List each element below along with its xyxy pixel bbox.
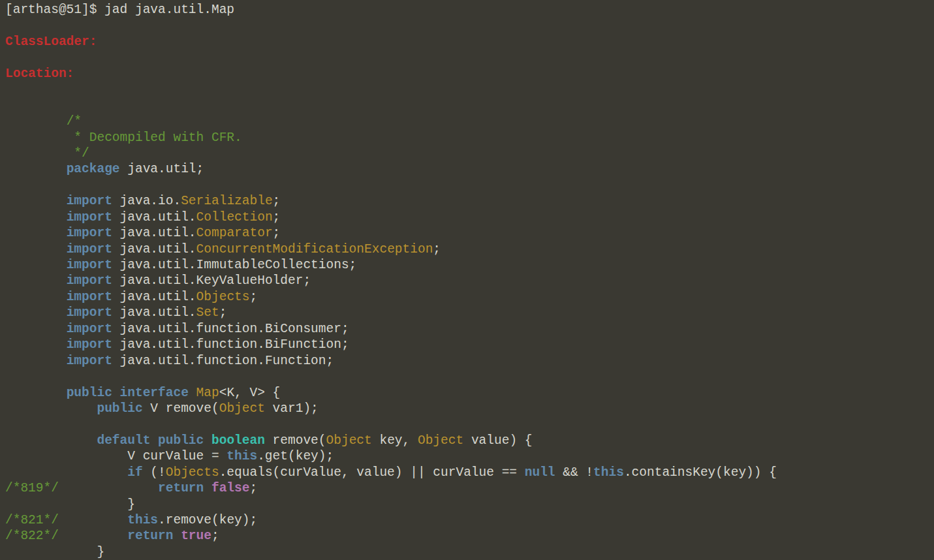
code-line: } (5, 544, 934, 560)
code-segment-bool: boolean (211, 433, 265, 448)
code-segment-lit: true (181, 529, 211, 543)
code-segment-lit: false (211, 481, 250, 495)
code-line: import java.util.function.BiFunction; (5, 337, 934, 352)
blank-line (5, 178, 934, 193)
code-segment-default: java.util. (112, 290, 196, 304)
code-segment-label: Location: (5, 67, 74, 81)
blank-line (5, 416, 934, 432)
code-segment-type: Objects (166, 465, 219, 480)
code-line: package java.util; (5, 161, 934, 177)
code-segment-default (5, 322, 67, 336)
code-segment-default (5, 465, 127, 480)
code-segment-type: Collection (196, 210, 273, 225)
code-segment-default: value) { (463, 433, 532, 448)
code-segment-default: .containsKey(key)) { (624, 465, 777, 480)
code-segment-default (59, 513, 127, 527)
code-line: */ (5, 146, 934, 161)
code-segment-type: Set (196, 305, 219, 320)
code-segment-default: .remove(key); (158, 513, 257, 527)
code-line: /* (5, 114, 934, 129)
code-segment-default: key, (372, 433, 418, 448)
code-segment-default: [arthas@51]$ jad java.util.Map (5, 3, 234, 17)
code-line: /*819*/ return false; (5, 480, 934, 496)
blank-line (5, 18, 934, 33)
code-segment-default: ; (433, 242, 441, 257)
code-segment-default: var1); (265, 401, 319, 416)
code-segment-default: (! (143, 465, 166, 480)
code-line: /*821*/ this.remove(key); (5, 512, 934, 528)
code-segment-default (5, 210, 67, 225)
code-segment-default: java.util. (112, 210, 196, 225)
code-segment-keyword: import (67, 210, 112, 225)
code-segment-default (204, 433, 211, 448)
code-line: if (!Objects.equals(curValue, value) || … (5, 465, 934, 480)
blank-line (5, 98, 934, 114)
prompt-line: [arthas@51]$ jad java.util.Map (5, 2, 934, 18)
code-segment-default: && ! (555, 465, 594, 480)
code-segment-keyword: package (67, 162, 120, 176)
code-segment-keyword: import (67, 337, 112, 352)
code-segment-type: Map (196, 386, 219, 400)
code-segment-default: remove( (265, 433, 326, 448)
code-segment-default: java.util. (112, 226, 196, 240)
code-line: import java.util.Set; (5, 305, 934, 320)
code-segment-type: Object (219, 401, 265, 416)
code-segment-default (5, 354, 67, 368)
code-segment-default (5, 242, 67, 257)
code-segment-default: java.util.function.BiFunction; (112, 337, 349, 352)
code-line: import java.util.Objects; (5, 289, 934, 305)
code-segment-default (5, 131, 67, 145)
code-segment-default: <K, V> { (219, 386, 281, 400)
code-line: import java.util.KeyValueHolder; (5, 273, 934, 288)
blank-line (5, 50, 934, 65)
code-segment-keyword: import (67, 242, 112, 257)
code-segment-default (5, 290, 67, 304)
code-segment-type: Object (418, 433, 463, 448)
code-segment-default: ; (273, 210, 281, 225)
code-segment-default: } (5, 545, 104, 559)
code-segment-keyword: null (525, 465, 555, 480)
code-segment-default: java.util; (120, 162, 204, 176)
code-line: import java.util.Collection; (5, 210, 934, 225)
code-segment-default: V curValue = (5, 449, 226, 463)
code-segment-default (5, 194, 67, 208)
code-segment-keyword: if (127, 465, 142, 480)
code-segment-type: Comparator (196, 226, 273, 240)
code-segment-comment: * Decompiled with CFR. (67, 131, 242, 145)
code-segment-keyword: import (67, 354, 112, 368)
code-segment-default: ; (273, 194, 281, 208)
code-line: import java.util.ConcurrentModificationE… (5, 241, 934, 257)
code-segment-keyword: import (67, 305, 112, 320)
code-segment-default (112, 386, 120, 400)
code-line: V curValue = this.get(key); (5, 448, 934, 464)
terminal-screen[interactable]: [arthas@51]$ jad java.util.MapClassLoade… (0, 0, 934, 560)
code-segment-default: java.util.ImmutableCollections; (112, 258, 356, 272)
code-segment-lineno: /*822*/ (5, 529, 59, 543)
code-segment-default: java.util. (112, 305, 196, 320)
code-segment-keyword: this (127, 513, 158, 527)
code-segment-type: Object (326, 433, 372, 448)
code-segment-lineno: /*821*/ (5, 513, 59, 527)
code-segment-default (189, 386, 196, 400)
code-line: /*822*/ return true; (5, 528, 934, 544)
code-segment-type: ConcurrentModificationException (196, 242, 433, 257)
classloader-label: ClassLoader: (5, 34, 934, 50)
blank-line (5, 369, 934, 384)
code-segment-default (5, 305, 67, 320)
code-segment-default: java.util.function.Function; (112, 354, 334, 368)
code-segment-keyword: import (67, 322, 112, 336)
code-segment-default (5, 114, 67, 129)
code-line: default public boolean remove(Object key… (5, 433, 934, 448)
code-segment-default (5, 162, 67, 176)
code-line: * Decompiled with CFR. (5, 130, 934, 146)
code-segment-keyword: interface (120, 386, 189, 400)
code-segment-keyword: return (127, 529, 173, 543)
code-segment-keyword: return (158, 481, 204, 495)
code-line: import java.util.ImmutableCollections; (5, 257, 934, 273)
code-segment-default: java.util.function.BiConsumer; (112, 322, 349, 336)
code-segment-keyword: import (67, 194, 112, 208)
code-segment-default (5, 337, 67, 352)
code-segment-default: ; (219, 305, 227, 320)
code-segment-keyword: public (97, 401, 142, 416)
code-segment-keyword: import (67, 290, 112, 304)
